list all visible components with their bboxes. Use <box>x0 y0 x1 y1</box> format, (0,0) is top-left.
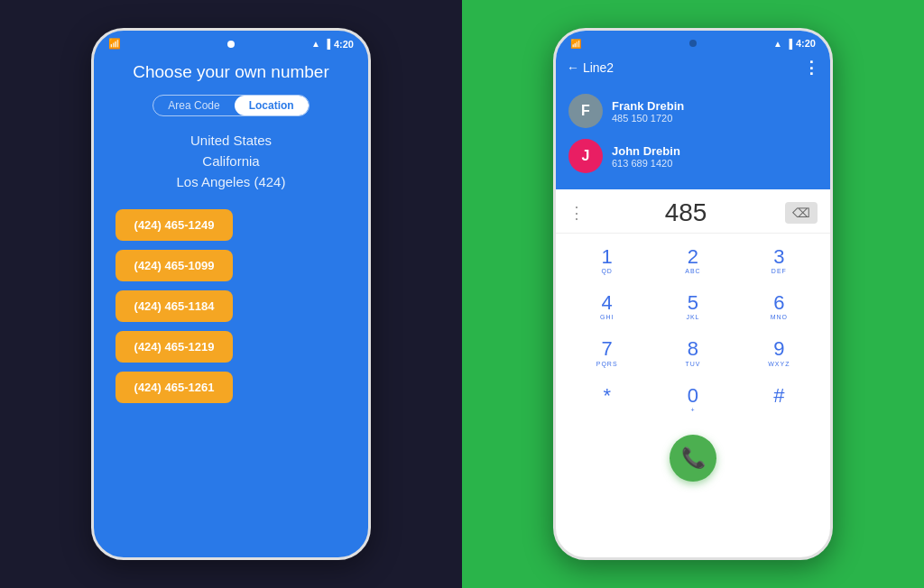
right-status-bar: 📶 ▲ ▐ 4:20 <box>556 31 830 52</box>
key-sub-6: MNO <box>771 314 788 322</box>
dialer-input-row: ⋮ 485 ⌫ <box>556 189 830 234</box>
location-toggle[interactable]: Location <box>235 96 309 115</box>
key-sub-3: DEF <box>772 268 787 276</box>
area-code-toggle[interactable]: Area Code <box>153 96 234 115</box>
contact-info-john: John Drebin 613 689 1420 <box>612 144 680 169</box>
left-front-camera <box>227 41 235 48</box>
phone-icon: 📞 <box>681 446 706 470</box>
contact-item-john[interactable]: J John Drebin 613 689 1420 <box>565 133 821 179</box>
dialer-menu-dots[interactable]: ⋮ <box>568 203 587 223</box>
keypad: 1 QD 2 ABC 3 DEF 4 GHI 5 JKL 6 MNO 7 PQR… <box>556 234 830 427</box>
number-btn-3[interactable]: (424) 465-1219 <box>116 331 233 363</box>
key-btn-9[interactable]: 9 WXYZ <box>737 331 821 375</box>
key-main-#: # <box>773 385 784 407</box>
right-background: 📶 ▲ ▐ 4:20 ← Line2 ⋮ F Fra <box>462 0 924 588</box>
toggle-group: Area Code Location <box>152 95 309 116</box>
key-btn-0[interactable]: 0 + <box>651 378 735 422</box>
step-country[interactable]: United States <box>190 133 272 148</box>
key-main-0: 0 <box>688 385 698 407</box>
step-city[interactable]: Los Angeles (424) <box>177 174 286 189</box>
right-battery-icon: ▐ <box>786 39 792 49</box>
backspace-button[interactable]: ⌫ <box>785 202 818 224</box>
key-sub-4: GHI <box>600 314 614 322</box>
numbers-grid: (424) 465-1249 (424) 465-1099 (424) 465-… <box>112 209 350 403</box>
contact-item-frank[interactable]: F Frank Drebin 485 150 1720 <box>565 88 821 133</box>
key-main-6: 6 <box>773 292 784 314</box>
dialer-input-display: 485 <box>587 198 785 227</box>
key-btn-7[interactable]: 7 PQRS <box>565 331 649 375</box>
key-btn-2[interactable]: 2 ABC <box>651 239 735 283</box>
left-status-dot-container <box>222 41 240 48</box>
left-time: 4:20 <box>334 39 354 50</box>
right-phone-header: ← Line2 ⋮ <box>556 52 830 85</box>
key-btn-4[interactable]: 4 GHI <box>565 285 649 329</box>
number-btn-4[interactable]: (424) 465-1261 <box>116 372 233 403</box>
choose-title: Choose your own number <box>133 62 329 82</box>
step-state[interactable]: California <box>202 153 259 169</box>
key-sub-8: TUV <box>685 361 700 369</box>
right-time: 4:20 <box>796 38 816 49</box>
key-btn-*[interactable]: * <box>565 378 649 422</box>
left-battery-icon: ▐ <box>324 39 330 49</box>
avatar-john: J <box>568 139 603 173</box>
key-main-9: 9 <box>773 338 784 360</box>
key-btn-#[interactable]: # <box>737 378 821 422</box>
key-sub-2: ABC <box>685 268 700 276</box>
right-phone-frame: 📶 ▲ ▐ 4:20 ← Line2 ⋮ F Fra <box>553 28 833 560</box>
right-wifi-icon: 📶 <box>570 39 581 49</box>
contact-list: F Frank Drebin 485 150 1720 J John Drebi… <box>556 85 830 189</box>
key-sub-9: WXYZ <box>768 361 790 369</box>
contact-number-frank: 485 150 1720 <box>612 113 684 124</box>
key-main-3: 3 <box>773 246 784 268</box>
key-main-*: * <box>603 385 611 407</box>
more-options-button[interactable]: ⋮ <box>803 58 819 78</box>
contact-name-frank: Frank Drebin <box>612 99 684 113</box>
left-phone-frame: 📶 ▲ ▐ 4:20 Choose your own number Area C… <box>91 28 371 560</box>
right-front-camera <box>689 40 697 47</box>
number-btn-1[interactable]: (424) 465-1099 <box>116 250 233 281</box>
contact-info-frank: Frank Drebin 485 150 1720 <box>612 99 684 124</box>
contact-name-john: John Drebin <box>612 144 680 158</box>
left-background: 📶 ▲ ▐ 4:20 Choose your own number Area C… <box>0 0 462 588</box>
key-btn-3[interactable]: 3 DEF <box>737 239 821 283</box>
key-main-7: 7 <box>602 338 613 360</box>
dialer-area: ⋮ 485 ⌫ 1 QD 2 ABC 3 DEF 4 GHI 5 JKL 6 M… <box>556 189 830 492</box>
call-button[interactable]: 📞 <box>670 435 716 482</box>
number-btn-0[interactable]: (424) 465-1249 <box>116 209 233 241</box>
key-main-8: 8 <box>688 338 698 360</box>
left-phone-content: Choose your own number Area Code Locatio… <box>94 53 368 421</box>
key-main-5: 5 <box>688 292 698 314</box>
left-signal-icon: ▲ <box>311 39 320 49</box>
key-sub-0: + <box>690 407 695 415</box>
key-main-1: 1 <box>602 246 613 268</box>
key-btn-8[interactable]: 8 TUV <box>651 331 735 375</box>
contact-number-john: 613 689 1420 <box>612 158 680 169</box>
key-main-2: 2 <box>688 246 698 268</box>
key-sub-5: JKL <box>686 314 699 322</box>
right-signal-icon: ▲ <box>773 39 782 49</box>
avatar-frank: F <box>568 94 603 128</box>
key-btn-1[interactable]: 1 QD <box>565 239 649 283</box>
back-button[interactable]: ← Line2 <box>567 60 614 75</box>
key-sub-7: PQRS <box>596 361 618 369</box>
call-button-area: 📞 <box>556 427 830 492</box>
left-wifi-icon: 📶 <box>108 38 121 50</box>
key-sub-1: QD <box>601 268 613 276</box>
left-status-bar: 📶 ▲ ▐ 4:20 <box>94 31 368 53</box>
key-btn-6[interactable]: 6 MNO <box>737 285 821 329</box>
key-main-4: 4 <box>602 292 613 314</box>
key-btn-5[interactable]: 5 JKL <box>651 285 735 329</box>
number-btn-2[interactable]: (424) 465-1184 <box>116 290 233 322</box>
